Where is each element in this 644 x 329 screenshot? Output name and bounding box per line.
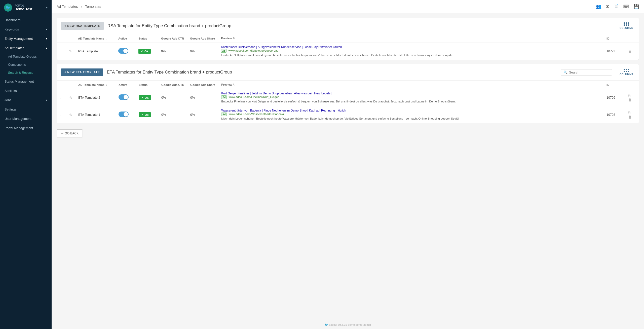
copy-icon[interactable]: ⎘ bbox=[628, 93, 630, 98]
eta-th-actions bbox=[624, 81, 639, 89]
ad-label: Ad bbox=[221, 95, 227, 99]
eta-th-status: Status bbox=[136, 81, 158, 89]
delete-icon[interactable]: 🗑 bbox=[628, 115, 632, 119]
rsa-row-preview: Kostenloser Rückversand | Ausgezeichnete… bbox=[218, 43, 603, 60]
eta-search-input[interactable] bbox=[569, 70, 609, 74]
sidebar-item-keywords[interactable]: Keywords ▾ bbox=[0, 25, 52, 34]
rsa-active-toggle[interactable] bbox=[118, 48, 128, 54]
eta-row1-check[interactable] bbox=[57, 89, 66, 106]
rsa-row-actions: 🗑 bbox=[624, 43, 639, 60]
eta-columns-button[interactable]: COLUMNS bbox=[618, 68, 635, 77]
sidebar-item-portal-management[interactable]: Portal Management bbox=[0, 123, 52, 133]
refresh-icon[interactable]: ↻ bbox=[233, 37, 235, 40]
eta-row1-edit[interactable]: ✎ bbox=[66, 89, 75, 106]
eta-table: AD Template Name ↓ Active Status Google … bbox=[57, 81, 639, 123]
eta-row1-toggle[interactable] bbox=[119, 94, 129, 100]
eta-row1-id: 10709 bbox=[603, 89, 624, 106]
sidebar-item-label: Settings bbox=[5, 107, 16, 111]
sidebar-item-entity-management[interactable]: Entity Management ▾ bbox=[0, 34, 52, 43]
sidebar-item-label: Status Management bbox=[5, 80, 34, 83]
sidebar-item-search-replace[interactable]: Search & Replace bbox=[0, 69, 52, 77]
rsa-th-check bbox=[57, 34, 66, 43]
columns-grid-icon bbox=[624, 69, 629, 72]
eta-row2-checkbox[interactable] bbox=[60, 113, 63, 116]
edit-icon[interactable]: ✎ bbox=[69, 49, 72, 53]
eta-row1-checkbox[interactable] bbox=[60, 96, 63, 99]
eta-table-wrap: AD Template Name ↓ Active Status Google … bbox=[57, 81, 639, 123]
new-rsa-template-button[interactable]: + NEW RSA TEMPLATE bbox=[61, 22, 104, 30]
copy-icon[interactable]: ⎘ bbox=[628, 111, 630, 115]
sidebar-item-ad-template-groups[interactable]: Ad Template Groups bbox=[0, 53, 52, 61]
keyboard-icon[interactable]: ⌨ bbox=[623, 4, 629, 9]
go-back-button[interactable]: ← GO BACK bbox=[57, 129, 83, 137]
sidebar-item-user-management[interactable]: User Management bbox=[0, 114, 52, 123]
eta-th-ctr: Google Ads CTR bbox=[158, 81, 187, 89]
rsa-row-active[interactable] bbox=[115, 43, 135, 60]
columns-label: COLUMNS bbox=[620, 27, 633, 29]
sidebar-item-jobs[interactable]: Jobs ▾ bbox=[0, 95, 52, 105]
sidebar-item-label: Entity Management bbox=[5, 37, 33, 41]
save-icon[interactable]: 💾 bbox=[633, 4, 639, 9]
eta-row2-check[interactable] bbox=[57, 106, 66, 123]
eta-th-check bbox=[57, 81, 66, 89]
breadcrumb-ad-templates[interactable]: Ad Templates bbox=[57, 5, 78, 9]
eta-row2-preview-url: www.adsoul.com/Wasserenthärter/Badenia bbox=[229, 113, 284, 116]
edit-icon[interactable]: ✎ bbox=[69, 96, 72, 100]
sidebar-item-label: Ad Template Groups bbox=[8, 55, 37, 58]
rsa-th-preview[interactable]: Preview ↻ bbox=[218, 34, 603, 43]
sidebar-item-label: Keywords bbox=[5, 27, 19, 31]
rsa-th-name[interactable]: AD Template Name ↓ bbox=[75, 34, 115, 43]
sidebar-item-ad-templates[interactable]: Ad Templates ▴ bbox=[0, 43, 52, 53]
eta-row2-share: 0% bbox=[187, 106, 218, 123]
table-row: ✎ RSA Template ✓ Ok bbox=[57, 43, 639, 60]
eta-row2-id: 10708 bbox=[603, 106, 624, 123]
users-icon[interactable]: 👥 bbox=[596, 4, 601, 9]
eta-row1-active[interactable] bbox=[116, 89, 136, 106]
document-icon[interactable]: 📄 bbox=[613, 4, 619, 9]
delete-icon[interactable]: 🗑 bbox=[628, 49, 632, 53]
eta-row2-toggle[interactable] bbox=[119, 112, 129, 117]
eta-row2-preview-title[interactable]: Wasserenthärter von Badenia | Finde Neuh… bbox=[221, 109, 346, 112]
logo-icon: 🐦 bbox=[4, 4, 12, 12]
mail-icon[interactable]: ✉ bbox=[605, 4, 609, 9]
rsa-th-active: Active bbox=[115, 34, 135, 43]
eta-th-preview[interactable]: Preview ↻ bbox=[218, 81, 603, 89]
eta-search-box[interactable]: 🔍 bbox=[561, 69, 612, 76]
rsa-th-id: ID bbox=[603, 34, 624, 43]
rsa-table-header-row: AD Template Name ↓ Active Status Google … bbox=[57, 34, 639, 43]
rsa-columns-button[interactable]: COLUMNS bbox=[618, 21, 635, 30]
rsa-row-edit[interactable]: ✎ bbox=[66, 43, 75, 60]
eta-row1-share: 0% bbox=[187, 89, 218, 106]
portal-name: Demo Test bbox=[15, 7, 44, 11]
columns-grid-icon bbox=[624, 22, 629, 26]
eta-th-name[interactable]: AD Template Name ↓ bbox=[75, 81, 116, 89]
sidebar-item-label: Components bbox=[8, 63, 26, 66]
columns-label: COLUMNS bbox=[620, 73, 633, 76]
rsa-row-ctr: 0% bbox=[158, 43, 187, 60]
eta-row2-active[interactable] bbox=[116, 106, 136, 123]
chevron-right-icon: ▾ bbox=[46, 28, 47, 31]
eta-row1-preview-title[interactable]: Kurt Geiger Fineliner | Jetzt im Demo Sh… bbox=[221, 92, 331, 95]
delete-icon[interactable]: 🗑 bbox=[628, 98, 632, 102]
sidebar-item-components[interactable]: Components bbox=[0, 61, 52, 69]
sidebar-item-settings[interactable]: Settings bbox=[0, 105, 52, 114]
header-icons: 👥 ✉ 📄 ⌨ 💾 bbox=[596, 4, 639, 9]
rsa-preview-title[interactable]: Kostenloser Rückversand | Ausgezeichnete… bbox=[221, 45, 342, 49]
status-badge: ✓ Ok bbox=[139, 112, 151, 117]
eta-row2-name: ETA Template 1 bbox=[75, 106, 116, 123]
sidebar: 🐦 Portal Demo Test ▾ Dashboard Keywords … bbox=[0, 0, 52, 329]
eta-row2-edit[interactable]: ✎ bbox=[66, 106, 75, 123]
sidebar-item-dashboard[interactable]: Dashboard bbox=[0, 15, 52, 25]
new-eta-template-button[interactable]: + NEW ETA TEMPLATE bbox=[61, 68, 103, 76]
table-row: ✎ ETA Template 2 ✓ Ok bbox=[57, 89, 639, 106]
rsa-section: + NEW RSA TEMPLATE RSA Template for Enti… bbox=[57, 18, 639, 60]
sidebar-item-label: Ad Templates bbox=[5, 46, 24, 50]
sidebar-item-sitelinks[interactable]: Sitelinks bbox=[0, 86, 52, 95]
rsa-th-actions bbox=[624, 34, 639, 43]
edit-icon[interactable]: ✎ bbox=[69, 113, 72, 117]
refresh-icon[interactable]: ↻ bbox=[233, 83, 235, 86]
chevron-right-icon: ▾ bbox=[46, 37, 47, 40]
sidebar-item-status-management[interactable]: Status Management bbox=[0, 77, 52, 86]
sidebar-item-label: Sitelinks bbox=[5, 89, 17, 93]
sidebar-logo[interactable]: 🐦 Portal Demo Test ▾ bbox=[0, 0, 52, 15]
